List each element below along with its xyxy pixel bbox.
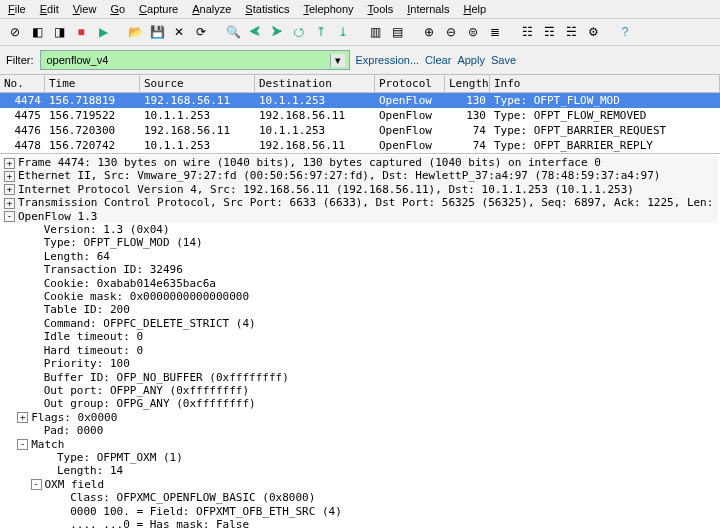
goto-last-icon[interactable]: ⤓ <box>334 23 352 41</box>
save-icon[interactable]: 💾 <box>148 23 166 41</box>
tree-row[interactable]: +Transmission Control Protocol, Src Port… <box>2 196 718 209</box>
jump-icon[interactable]: ⭯ <box>290 23 308 41</box>
menu-item-help[interactable]: Help <box>463 3 486 15</box>
menu-item-statistics[interactable]: Statistics <box>245 3 289 15</box>
tree-row[interactable]: 0000 100. = Field: OFPXMT_OFB_ETH_SRC (4… <box>2 505 718 518</box>
column-header[interactable]: Length <box>445 75 490 92</box>
find-icon[interactable]: 🔍 <box>224 23 242 41</box>
help-icon[interactable]: ? <box>616 23 634 41</box>
table-row[interactable]: 4474156.718819192.168.56.1110.1.1.253Ope… <box>0 93 720 108</box>
tree-row[interactable]: Table ID: 200 <box>2 303 718 316</box>
tree-label: 0000 100. = Field: OFPXMT_OFB_ETH_SRC (4… <box>70 505 342 518</box>
expand-icon[interactable]: + <box>4 198 15 209</box>
table-row[interactable]: 4478156.72074210.1.1.253192.168.56.11Ope… <box>0 138 720 153</box>
tree-row[interactable]: -Match <box>2 438 718 451</box>
filter-apply-button[interactable]: Apply <box>457 54 485 66</box>
expand-icon[interactable]: + <box>4 158 15 169</box>
tree-row[interactable]: Cookie mask: 0x0000000000000000 <box>2 290 718 303</box>
close-icon[interactable]: ✕ <box>170 23 188 41</box>
tree-row[interactable]: Cookie: 0xabab014e635bac6a <box>2 277 718 290</box>
table-row[interactable]: 4475156.71952210.1.1.253192.168.56.11Ope… <box>0 108 720 123</box>
tree-row[interactable]: Buffer ID: OFP_NO_BUFFER (0xffffffff) <box>2 371 718 384</box>
tree-label: Transmission Control Protocol, Src Port:… <box>18 196 720 209</box>
reload-icon[interactable]: ⟳ <box>192 23 210 41</box>
tree-row[interactable]: Hard timeout: 0 <box>2 344 718 357</box>
tree-row[interactable]: +Flags: 0x0000 <box>2 411 718 424</box>
options-icon[interactable]: ◨ <box>50 23 68 41</box>
tree-row[interactable]: .... ...0 = Has mask: False <box>2 518 718 531</box>
zoom-out-icon[interactable]: ⊖ <box>442 23 460 41</box>
collapse-icon[interactable]: - <box>4 211 15 222</box>
tree-row[interactable]: Transaction ID: 32496 <box>2 263 718 276</box>
start-icon[interactable]: ▶ <box>94 23 112 41</box>
tree-label: Length: 64 <box>44 250 110 263</box>
colorize-icon[interactable]: ▥ <box>366 23 384 41</box>
menu-item-view[interactable]: View <box>73 3 97 15</box>
stop-icon[interactable]: ■ <box>72 23 90 41</box>
tree-row[interactable]: Priority: 100 <box>2 357 718 370</box>
filter-combo[interactable]: ▾ <box>40 50 350 70</box>
capture-filter-icon[interactable]: ☷ <box>518 23 536 41</box>
menu-item-tools[interactable]: Tools <box>368 3 394 15</box>
tree-row[interactable]: Out group: OFPG_ANY (0xffffffff) <box>2 397 718 410</box>
tree-row[interactable]: Type: OFPMT_OXM (1) <box>2 451 718 464</box>
tree-row[interactable]: Out port: OFPP_ANY (0xffffffff) <box>2 384 718 397</box>
menu-item-file[interactable]: File <box>8 3 26 15</box>
tree-row[interactable]: +Internet Protocol Version 4, Src: 192.1… <box>2 183 718 196</box>
tree-row[interactable]: -OXM field <box>2 478 718 491</box>
zoom-reset-icon[interactable]: ⊜ <box>464 23 482 41</box>
menu-item-capture[interactable]: Capture <box>139 3 178 15</box>
filter-expression-button[interactable]: Expression... <box>356 54 420 66</box>
chevron-down-icon[interactable]: ▾ <box>330 54 344 67</box>
column-header[interactable]: Protocol <box>375 75 445 92</box>
goto-first-icon[interactable]: ⤒ <box>312 23 330 41</box>
tree-label: Pad: 0000 <box>44 424 104 437</box>
menu-item-telephony[interactable]: Telephony <box>303 3 353 15</box>
preferences-icon[interactable]: ⚙ <box>584 23 602 41</box>
interfaces-icon[interactable]: ◧ <box>28 23 46 41</box>
open-file-icon[interactable]: 📂 <box>126 23 144 41</box>
filter-clear-button[interactable]: Clear <box>425 54 451 66</box>
menu-item-edit[interactable]: Edit <box>40 3 59 15</box>
collapse-icon[interactable]: - <box>31 479 42 490</box>
table-row[interactable]: 4476156.720300192.168.56.1110.1.1.253Ope… <box>0 123 720 138</box>
expand-icon[interactable]: + <box>4 171 15 182</box>
column-header[interactable]: Info <box>490 75 720 92</box>
tree-row[interactable]: Length: 64 <box>2 250 718 263</box>
collapse-icon[interactable]: - <box>17 439 28 450</box>
coloring-rules-icon[interactable]: ☵ <box>562 23 580 41</box>
resize-columns-icon[interactable]: ≣ <box>486 23 504 41</box>
autoscroll-icon[interactable]: ▤ <box>388 23 406 41</box>
expand-icon[interactable]: + <box>17 412 28 423</box>
tree-label: Frame 4474: 130 bytes on wire (1040 bits… <box>18 156 601 169</box>
tree-label: Match <box>31 438 64 451</box>
tree-row[interactable]: Idle timeout: 0 <box>2 330 718 343</box>
tree-label: Priority: 100 <box>44 357 130 370</box>
menu-bar: FileEditViewGoCaptureAnalyzeStatisticsTe… <box>0 0 720 19</box>
tree-row[interactable]: Command: OFPFC_DELETE_STRICT (4) <box>2 317 718 330</box>
tree-row[interactable]: Class: OFPXMC_OPENFLOW_BASIC (0x8000) <box>2 491 718 504</box>
back-icon[interactable]: ⮜ <box>246 23 264 41</box>
filter-save-button[interactable]: Save <box>491 54 516 66</box>
forward-icon[interactable]: ⮞ <box>268 23 286 41</box>
tree-row[interactable]: Pad: 0000 <box>2 424 718 437</box>
tree-row[interactable]: -OpenFlow 1.3 <box>2 210 718 223</box>
column-header[interactable]: Source <box>140 75 255 92</box>
expand-icon[interactable]: + <box>4 184 15 195</box>
column-header[interactable]: Destination <box>255 75 375 92</box>
display-filter-icon[interactable]: ☶ <box>540 23 558 41</box>
tree-row[interactable]: Version: 1.3 (0x04) <box>2 223 718 236</box>
open-icon[interactable]: ⊘ <box>6 23 24 41</box>
menu-item-internals[interactable]: Internals <box>407 3 449 15</box>
tree-label: Hard timeout: 0 <box>44 344 143 357</box>
column-header[interactable]: Time <box>45 75 140 92</box>
zoom-in-icon[interactable]: ⊕ <box>420 23 438 41</box>
filter-input[interactable] <box>45 53 331 67</box>
menu-item-go[interactable]: Go <box>110 3 125 15</box>
tree-row[interactable]: Length: 14 <box>2 464 718 477</box>
tree-row[interactable]: +Ethernet II, Src: Vmware_97:27:fd (00:5… <box>2 169 718 182</box>
column-header[interactable]: No. <box>0 75 45 92</box>
tree-row[interactable]: Type: OFPT_FLOW_MOD (14) <box>2 236 718 249</box>
menu-item-analyze[interactable]: Analyze <box>192 3 231 15</box>
tree-row[interactable]: +Frame 4474: 130 bytes on wire (1040 bit… <box>2 156 718 169</box>
